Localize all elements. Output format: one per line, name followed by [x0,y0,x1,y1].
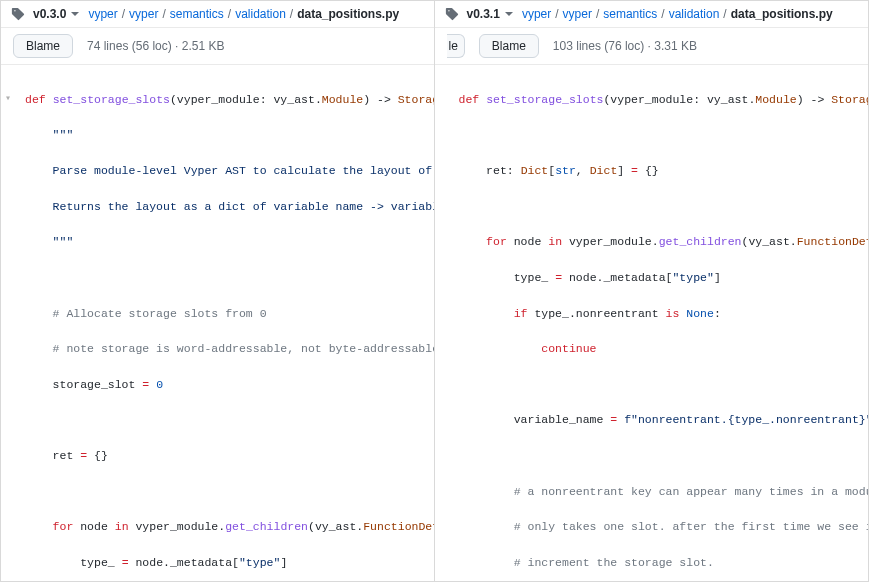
crumb-current: data_positions.py [731,7,833,21]
code-left[interactable]: ▾def set_storage_slots(vyper_module: vy_… [1,65,434,581]
file-meta-left: 74 lines (56 loc) · 2.51 KB [87,39,224,53]
code-right[interactable]: def set_storage_slots(vyper_module: vy_a… [435,65,869,581]
chevron-down-icon [70,9,80,19]
crumb[interactable]: validation [669,7,720,21]
left-header: v0.3.0 vyper/ vyper/ semantics/ validati… [1,1,434,28]
version-label: v0.3.1 [467,7,500,21]
crumb[interactable]: validation [235,7,286,21]
version-selector-left[interactable]: v0.3.0 [33,7,80,21]
file-meta-right: 103 lines (76 loc) · 3.31 KB [553,39,697,53]
blame-button-left[interactable]: Blame [13,34,73,58]
crumb[interactable]: vyper [563,7,592,21]
crumb[interactable]: vyper [129,7,158,21]
crumb[interactable]: semantics [603,7,657,21]
version-label: v0.3.0 [33,7,66,21]
version-selector-right[interactable]: v0.3.1 [467,7,514,21]
left-pane: v0.3.0 vyper/ vyper/ semantics/ validati… [0,0,435,582]
crumb-current: data_positions.py [297,7,399,21]
right-toolbar: le Blame 103 lines (76 loc) · 3.31 KB [435,28,869,65]
collapse-icon[interactable]: ▾ [5,91,11,107]
partial-tab[interactable]: le [447,34,465,58]
right-header: v0.3.1 vyper/ vyper/ semantics/ validati… [435,1,869,28]
left-toolbar: Blame 74 lines (56 loc) · 2.51 KB [1,28,434,65]
crumb[interactable]: vyper [522,7,551,21]
chevron-down-icon [504,9,514,19]
tag-icon [11,7,25,21]
crumb[interactable]: vyper [88,7,117,21]
crumb[interactable]: semantics [170,7,224,21]
breadcrumb-right: vyper/ vyper/ semantics/ validation/ dat… [522,7,833,21]
breadcrumb-left: vyper/ vyper/ semantics/ validation/ dat… [88,7,399,21]
tag-icon [445,7,459,21]
right-pane: v0.3.1 vyper/ vyper/ semantics/ validati… [435,0,870,582]
blame-button-right[interactable]: Blame [479,34,539,58]
